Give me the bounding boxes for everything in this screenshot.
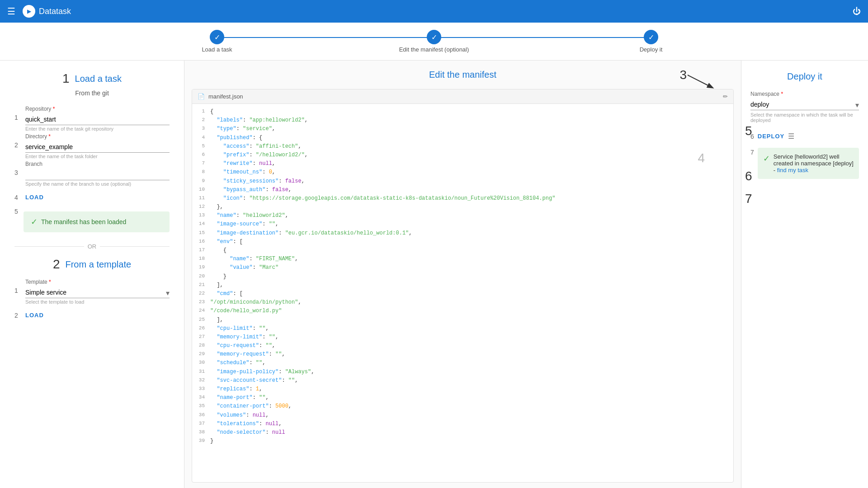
divider-line-right xyxy=(100,246,170,247)
deploy-row: 6 DEPLOY ☰ xyxy=(750,132,859,141)
directory-field-row: 2 Directory * Enter the name of the task… xyxy=(14,133,170,159)
editor-panel: Edit the manifest 3 4 📄 manifest.json ✏ … xyxy=(184,61,741,488)
load-row-2: 2 LOAD xyxy=(14,310,170,320)
code-line: 12 }, xyxy=(192,203,733,211)
repository-label: Repository * xyxy=(25,106,170,112)
code-line: 6 "prefix": "/helloworld2/", xyxy=(192,151,733,160)
code-line: 37 "tolerations": null, xyxy=(192,420,733,428)
field-num-1: 1 xyxy=(14,114,20,121)
section1-header: 1 Load a task From the git xyxy=(14,71,170,97)
success-row: 5 ✓ The manifest has been loaded xyxy=(14,208,170,236)
step-3: ✓ Deploy it xyxy=(542,30,760,53)
header: ☰ Datatask ⏻ xyxy=(0,0,868,23)
step-1-circle: ✓ xyxy=(210,30,224,44)
step-2-label: Edit the manifest (optional) xyxy=(399,46,469,53)
load-num-1: 4 xyxy=(14,194,20,201)
code-line: 28 "cpu-request": "", xyxy=(192,342,733,350)
code-line: 2 "labels": "app:helloworld2", xyxy=(192,116,733,125)
code-line: 29 "memory-request": "", xyxy=(192,350,733,359)
code-line: 20 } xyxy=(192,272,733,281)
code-editor[interactable]: 1{2 "labels": "app:helloworld2",3 "type"… xyxy=(192,104,733,482)
code-line: 16 "env": [ xyxy=(192,238,733,246)
success-check-icon: ✓ xyxy=(31,217,38,227)
success-message: The manifest has been loaded xyxy=(41,218,126,225)
directory-container: Directory * Enter the name of the task f… xyxy=(25,133,170,159)
section2-num: 2 xyxy=(53,257,60,272)
deploy-title: Deploy it xyxy=(750,71,859,82)
load-button-2[interactable]: LOAD xyxy=(25,310,44,320)
load-num-2: 2 xyxy=(14,312,20,319)
code-line: 17 { xyxy=(192,246,733,255)
edit-icon[interactable]: ✏ xyxy=(723,93,728,100)
service-step-num: 7 xyxy=(750,149,754,156)
section2-title-row: 2 From a template xyxy=(14,257,170,272)
branch-input[interactable] xyxy=(25,169,170,180)
editor-title: Edit the manifest xyxy=(184,61,741,89)
deploy-button[interactable]: DEPLOY xyxy=(758,133,784,140)
logo-icon xyxy=(23,5,35,18)
template-field-num: 1 xyxy=(14,287,20,294)
field-num-2: 2 xyxy=(14,141,20,149)
divider-line-left xyxy=(14,246,84,247)
code-line: 21 ], xyxy=(192,281,733,290)
code-line: 36 "volumes": null, xyxy=(192,411,733,420)
code-line: 5 "access": "affini-tech", xyxy=(192,142,733,151)
hamburger-icon[interactable]: ☰ xyxy=(7,6,15,17)
annotation-4: 4 xyxy=(698,151,705,165)
code-line: 18 "name": "FIRST_NAME", xyxy=(192,255,733,263)
section1-num: 1 xyxy=(62,71,70,86)
step-2-circle: ✓ xyxy=(427,30,441,44)
code-line: 23"/opt/miniconda/bin/python", xyxy=(192,298,733,307)
code-line: 1{ xyxy=(192,108,733,116)
repository-input[interactable] xyxy=(25,114,170,125)
app-title: Datatask xyxy=(39,7,71,16)
load-row-1: 4 LOAD xyxy=(14,192,170,202)
code-line: 10 "bypass_auth": false, xyxy=(192,186,733,194)
directory-label: Directory * xyxy=(25,133,170,140)
step-1-label: Load a task xyxy=(202,46,232,53)
file-icon: 📄 xyxy=(198,93,205,100)
right-annotation-7: 7 xyxy=(745,192,752,206)
code-line: 15 "image-destination": "eu.gcr.io/datat… xyxy=(192,229,733,238)
service-row: 7 ✓ Service [helloworld2] well created i… xyxy=(750,148,859,179)
code-line: 22 "cmd": [ xyxy=(192,290,733,298)
load-button-1[interactable]: LOAD xyxy=(25,192,44,202)
template-select[interactable]: Simple service xyxy=(25,287,170,298)
success-num: 5 xyxy=(14,208,20,215)
code-line: 38 "node-selector": null xyxy=(192,428,733,437)
divider-text: OR xyxy=(88,243,97,250)
right-annotation-6: 6 xyxy=(745,169,752,183)
service-banner: ✓ Service [helloworld2] well created in … xyxy=(758,148,859,179)
code-line: 32 "svc-account-secret": "", xyxy=(192,376,733,385)
list-icon: ☰ xyxy=(788,132,794,141)
find-my-task-link[interactable]: find my task xyxy=(777,167,808,174)
namespace-label: Namespace * xyxy=(750,91,859,97)
namespace-select-container: deploy ▾ xyxy=(750,99,859,110)
code-line: 8 "timeout_ns": 0, xyxy=(192,168,733,177)
step-2: ✓ Edit the manifest (optional) xyxy=(326,30,542,53)
code-line: 34 "name-port": "", xyxy=(192,394,733,402)
section1-title-row: 1 Load a task xyxy=(14,71,170,86)
code-line: 24"/code/hello_world.py" xyxy=(192,307,733,315)
directory-hint: Enter the name of the task folder xyxy=(25,154,170,159)
section2-heading: From a template xyxy=(65,259,131,270)
code-line: 31 "image-pull-policy": "Always", xyxy=(192,368,733,376)
power-icon[interactable]: ⏻ xyxy=(853,7,861,16)
code-line: 7 "rewrite": null, xyxy=(192,160,733,168)
template-label: Template * xyxy=(25,279,170,285)
template-field-row: 1 Template * Simple service ▾ Select the… xyxy=(14,279,170,305)
code-line: 30 "schedule": "", xyxy=(192,359,733,367)
directory-input[interactable] xyxy=(25,141,170,153)
template-container: Template * Simple service ▾ Select the t… xyxy=(25,279,170,305)
namespace-select[interactable]: deploy xyxy=(750,99,859,110)
right-annotation-5: 5 xyxy=(745,124,752,138)
annotation-arrow xyxy=(683,70,719,93)
step-1: ✓ Load a task xyxy=(108,30,326,53)
logo: Datatask xyxy=(23,5,71,18)
code-line: 35 "container-port": 5000, xyxy=(192,402,733,411)
svg-line-1 xyxy=(688,75,712,88)
namespace-section: Namespace * deploy ▾ Select the namespac… xyxy=(750,91,859,123)
editor-container: 📄 manifest.json ✏ 1{2 "labels": "app:hel… xyxy=(192,89,734,483)
editor-filename: manifest.json xyxy=(208,93,243,100)
repository-field-row: 1 Repository * Enter the name of the tas… xyxy=(14,106,170,131)
